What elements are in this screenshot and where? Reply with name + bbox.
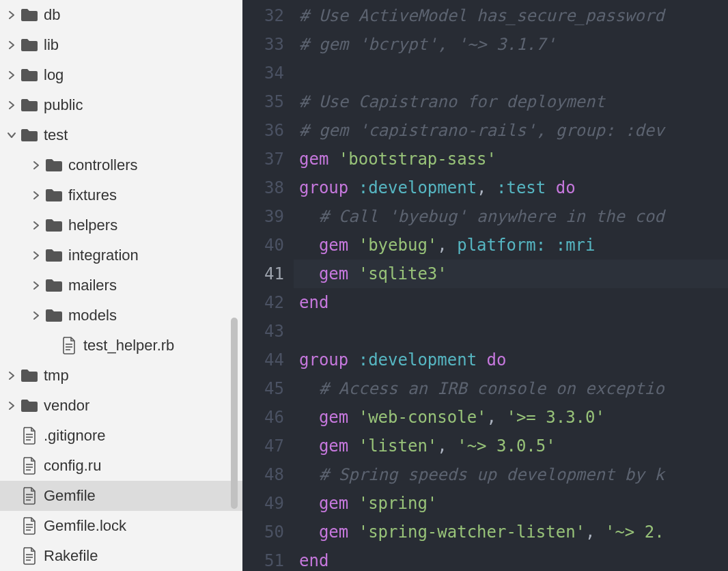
code-token: :development bbox=[359, 178, 477, 197]
code-token: gem bbox=[319, 436, 348, 456]
folder-tree-item[interactable]: models bbox=[0, 301, 242, 331]
folder-icon bbox=[44, 188, 64, 203]
code-line[interactable] bbox=[299, 317, 728, 346]
code-line[interactable]: gem 'sqlite3' bbox=[294, 260, 728, 288]
chevron-right-icon[interactable] bbox=[29, 221, 44, 230]
tree-item-label: tmp bbox=[44, 367, 69, 385]
code-line[interactable]: gem 'listen', '~> 3.0.5' bbox=[299, 432, 728, 460]
code-token: 'byebug' bbox=[359, 236, 438, 255]
code-token bbox=[348, 236, 358, 255]
chevron-right-icon[interactable] bbox=[29, 311, 44, 320]
code-line[interactable]: # Use Capistrano for deployment bbox=[299, 87, 728, 116]
code-token bbox=[348, 494, 358, 513]
chevron-right-icon[interactable] bbox=[29, 281, 44, 290]
line-number: 35 bbox=[242, 87, 294, 116]
code-line[interactable]: # Access an IRB console on exceptio bbox=[299, 374, 728, 403]
tree-item-label: .gitignore bbox=[44, 427, 106, 445]
code-line[interactable]: # Call 'byebug' anywhere in the cod bbox=[299, 202, 728, 231]
folder-icon bbox=[19, 368, 40, 383]
folder-icon bbox=[44, 218, 64, 233]
code-token: 'sqlite3' bbox=[359, 264, 447, 283]
code-line[interactable]: gem 'spring' bbox=[299, 489, 728, 518]
chevron-right-icon[interactable] bbox=[4, 40, 19, 50]
file-tree-item[interactable]: config.ru bbox=[0, 451, 242, 481]
tree-item-label: test_helper.rb bbox=[83, 337, 174, 354]
chevron-right-icon[interactable] bbox=[29, 161, 44, 170]
code-token: , bbox=[437, 236, 457, 255]
code-line[interactable]: gem 'byebug', platform: :mri bbox=[299, 231, 728, 260]
code-token: gem bbox=[319, 236, 348, 255]
chevron-right-icon[interactable] bbox=[4, 70, 19, 80]
line-number: 40 bbox=[242, 231, 294, 260]
code-token bbox=[299, 436, 319, 456]
sidebar-scrollbar[interactable] bbox=[231, 318, 238, 509]
chevron-right-icon[interactable] bbox=[4, 100, 19, 110]
folder-tree-item[interactable]: controllers bbox=[0, 150, 242, 180]
folder-tree-item[interactable]: tmp bbox=[0, 361, 242, 391]
code-token: # Call 'byebug' anywhere in the cod bbox=[319, 207, 664, 226]
file-tree-item[interactable]: Gemfile bbox=[0, 481, 242, 511]
folder-tree-item[interactable]: lib bbox=[0, 30, 242, 60]
line-number: 38 bbox=[242, 173, 294, 202]
code-line[interactable]: # gem 'bcrypt', '~> 3.1.7' bbox=[299, 30, 728, 59]
code-token bbox=[348, 408, 358, 427]
folder-icon bbox=[19, 128, 40, 143]
folder-tree-item[interactable]: mailers bbox=[0, 270, 242, 301]
tree-item-label: Rakefile bbox=[44, 547, 98, 565]
folder-tree-item[interactable]: helpers bbox=[0, 210, 242, 240]
code-token: gem bbox=[299, 150, 328, 169]
folder-tree-item[interactable]: log bbox=[0, 60, 242, 90]
chevron-down-icon[interactable] bbox=[4, 130, 19, 140]
folder-tree-item[interactable]: public bbox=[0, 90, 242, 120]
tree-item-label: Gemfile bbox=[44, 487, 96, 505]
file-tree-item[interactable]: .gitignore bbox=[0, 421, 242, 451]
code-token: 'spring-watcher-listen' bbox=[359, 523, 585, 542]
code-token: gem bbox=[319, 408, 348, 427]
code-content[interactable]: # Use ActiveModel has_secure_password# g… bbox=[294, 0, 728, 571]
line-number: 47 bbox=[242, 432, 294, 460]
folder-tree-item[interactable]: vendor bbox=[0, 391, 242, 421]
folder-tree-item[interactable]: fixtures bbox=[0, 180, 242, 210]
code-line[interactable] bbox=[299, 59, 728, 87]
code-token bbox=[348, 178, 358, 197]
chevron-right-icon[interactable] bbox=[4, 401, 19, 410]
chevron-right-icon[interactable] bbox=[4, 10, 19, 20]
line-number: 43 bbox=[242, 317, 294, 346]
code-line[interactable]: group :development do bbox=[299, 346, 728, 374]
code-line[interactable]: group :development, :test do bbox=[299, 173, 728, 202]
line-number: 49 bbox=[242, 489, 294, 518]
line-number: 37 bbox=[242, 145, 294, 173]
tree-item-label: config.ru bbox=[44, 457, 101, 475]
chevron-right-icon[interactable] bbox=[29, 191, 44, 200]
code-line[interactable]: gem 'web-console', '>= 3.3.0' bbox=[299, 403, 728, 432]
code-token bbox=[328, 150, 338, 169]
chevron-right-icon[interactable] bbox=[4, 371, 19, 380]
code-line[interactable]: gem 'spring-watcher-listen', '~> 2. bbox=[299, 518, 728, 546]
file-icon bbox=[19, 457, 40, 475]
code-token bbox=[348, 523, 358, 542]
code-editor[interactable]: 3233343536373839404142434445464748495051… bbox=[242, 0, 728, 571]
code-token: :development bbox=[359, 350, 477, 370]
code-line[interactable]: end bbox=[299, 546, 728, 571]
folder-tree-item[interactable]: integration bbox=[0, 240, 242, 270]
code-token: # Use ActiveModel has_secure_password bbox=[299, 6, 664, 25]
line-number: 42 bbox=[242, 288, 294, 317]
chevron-right-icon[interactable] bbox=[29, 251, 44, 260]
line-number: 36 bbox=[242, 116, 294, 145]
file-tree-item[interactable]: Rakefile bbox=[0, 541, 242, 571]
code-token: gem bbox=[319, 523, 348, 542]
code-token: # gem 'capistrano-rails', group: :dev bbox=[299, 121, 664, 140]
tree-item-label: fixtures bbox=[68, 186, 117, 204]
folder-tree-item[interactable]: db bbox=[0, 0, 242, 30]
code-line[interactable]: # Use ActiveModel has_secure_password bbox=[299, 1, 728, 30]
folder-tree-item[interactable]: test bbox=[0, 120, 242, 150]
code-line[interactable]: end bbox=[299, 288, 728, 317]
line-number: 32 bbox=[242, 1, 294, 30]
line-number-gutter: 3233343536373839404142434445464748495051 bbox=[242, 0, 294, 571]
file-tree-item[interactable]: test_helper.rb bbox=[0, 331, 242, 361]
code-line[interactable]: gem 'bootstrap-sass' bbox=[299, 145, 728, 173]
code-line[interactable]: # gem 'capistrano-rails', group: :dev bbox=[299, 116, 728, 145]
code-token bbox=[348, 264, 358, 283]
code-line[interactable]: # Spring speeds up development by k bbox=[299, 460, 728, 489]
file-tree-item[interactable]: Gemfile.lock bbox=[0, 511, 242, 541]
